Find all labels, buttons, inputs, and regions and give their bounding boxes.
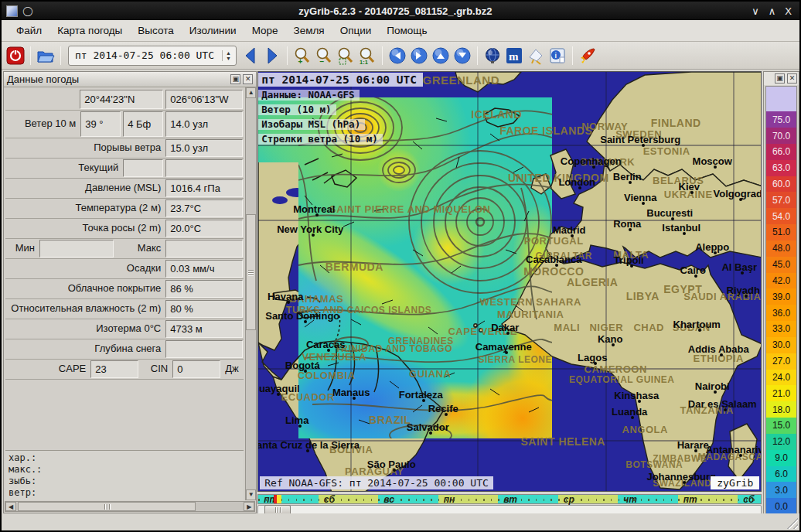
quit-icon [6,46,25,65]
scroll-left-icon[interactable]: ◀ [5,502,16,511]
scale-float-icon[interactable]: ▣ [775,73,785,84]
row-label [6,90,77,109]
svg-text:+: + [298,57,302,65]
row-label: Относительная влажность (2 m) [6,300,163,318]
scale-cell: 12.0 [766,434,796,450]
grib-info-button[interactable]: i [547,45,568,66]
legend-line: Данные: NOAA-GFS [258,87,423,101]
scale-cell: 9.0 [766,450,796,466]
zoom-grid-icon [336,46,355,65]
scale-cell: 57.0 [766,192,796,208]
pan-north-button[interactable] [430,45,452,66]
city-dot [739,198,742,201]
svg-text:i: i [554,52,557,60]
menu-море[interactable]: Море [245,22,285,39]
vscroll-thumb[interactable] [246,214,256,330]
menu-опции[interactable]: Опции [333,22,379,39]
row-value [123,159,163,177]
scale-cell: 18.0 [766,401,796,418]
row-value: 86 % [165,280,243,298]
meteotable-button[interactable]: m [503,45,525,66]
row-value: 23 [90,360,138,378]
city-dot [555,264,558,267]
sticky-icon[interactable]: ◯ [22,5,32,16]
pan-east-button[interactable] [408,45,430,66]
color-scale-panel: ▣ ✕ 75.070.066.063.060.057.054.051.048.0… [763,71,799,520]
row-label: Облачное покрытие [6,280,163,298]
pan-south-button[interactable] [452,45,473,66]
weather-data-row: Порывы ветра15.0 узл [5,138,244,159]
weather-map[interactable]: GREENLANDICELANDFAROE ISLANDSNORWAYSWEDE… [257,71,762,492]
row-value: 026°06'13"W [165,90,243,109]
quit-button[interactable] [5,45,26,66]
zoom-grid-button[interactable] [335,45,356,66]
city-dot [683,481,686,484]
menu-помощь[interactable]: Помощь [380,22,434,39]
row-value: 0 [172,360,220,378]
pointer-button[interactable] [525,45,547,66]
row-value [165,159,243,177]
menu-bar: ФайлКарта погодыВысотаИзолинииМореЗемляО… [2,20,799,42]
scale-cell: 30.0 [766,337,796,353]
scroll-down-icon[interactable]: ▼ [246,489,256,500]
zoom-in-button[interactable]: + [291,45,313,66]
datetime-spinner[interactable]: ▲▼ [222,50,234,61]
panel-close-icon[interactable]: ✕ [243,74,253,84]
sea-state-line: зыбь: [9,476,240,487]
download-grib-button[interactable] [577,45,598,66]
city-dot [429,431,432,435]
menu-высота[interactable]: Высота [131,22,180,39]
open-file-button[interactable] [35,45,56,66]
sea-state-line: ветр: [9,487,240,499]
row-value: 23.7°C [165,200,243,217]
city-dot [327,349,330,352]
weather-data-row: Глубина снега [5,339,244,360]
weather-data-row: 20°44'23"N026°06'13"W [5,89,244,111]
datetime-combo[interactable]: пт 2014-07-25 06:00 UTC▲▼ [68,46,237,66]
maximize-button[interactable]: ∧ [769,5,776,17]
weather-data-panel: Данные погоды ▣ ✕ 20°44'23"N026°06'13"WВ… [3,71,257,513]
globe-button[interactable] [482,45,503,66]
prev-forecast-button[interactable] [240,45,261,66]
city-dot [506,332,510,335]
hscroll-thumb[interactable] [18,502,196,511]
scale-close-icon[interactable]: ✕ [787,73,797,84]
download-grib-icon [578,46,597,65]
row-label: Температура (2 м) [6,200,163,217]
pan-west-button[interactable] [387,45,408,66]
scale-cell: 60.0 [766,176,796,193]
zoom-out-button[interactable]: − [313,45,335,66]
menu-земля[interactable]: Земля [287,22,332,39]
timeline-ruler[interactable]: птсбвспнвтсрчтптсб [257,494,762,504]
scale-cell: 51.0 [766,224,796,240]
city-dot [714,165,717,169]
weather-panel-vscrollbar[interactable]: ▲ ▼ [245,87,256,500]
scroll-right-icon[interactable]: ▶ [244,502,254,511]
row-value: 20.0°C [165,220,243,237]
spin-up-icon: ▲ [226,50,231,56]
title-bar[interactable]: ◯ zyGrib-6.2.3 - 20140725_081152_.grb.bz… [2,2,799,20]
globe-icon [483,46,502,65]
weather-data-row: Относительная влажность (2 m)80 % [5,299,244,319]
scroll-up-icon[interactable]: ▲ [246,87,256,98]
zoom-fit-button[interactable]: 1:1 [356,45,378,66]
next-forecast-button[interactable] [261,45,283,66]
menu-карта-погоды[interactable]: Карта погоды [50,22,129,39]
toolbar-separator [572,46,573,65]
panel-float-icon[interactable]: ▣ [230,74,240,84]
menu-файл[interactable]: Файл [9,22,49,39]
weather-panel-hscrollbar[interactable]: ◀ ▶ [5,501,255,512]
menu-изолинии[interactable]: Изолинии [182,22,244,39]
minimize-button[interactable]: ∨ [752,5,759,17]
row-label: CAPE [6,360,88,378]
weather-data-panel-titlebar[interactable]: Данные погоды ▣ ✕ [4,72,256,87]
scale-cell: 24.0 [766,370,796,386]
row-value: 15.0 узл [165,139,243,157]
close-button[interactable]: X [785,5,792,17]
wind-color-scale: 75.070.066.063.060.057.054.051.048.045.0… [765,86,797,515]
scale-cell: 21.0 [766,385,796,401]
city-dot [287,301,290,304]
scale-cell: 63.0 [766,160,796,176]
window-title: zyGrib-6.2.3 - 20140725_081152_.grb.bz2 [39,5,752,17]
row-label: Давление (MSL) [6,179,163,197]
